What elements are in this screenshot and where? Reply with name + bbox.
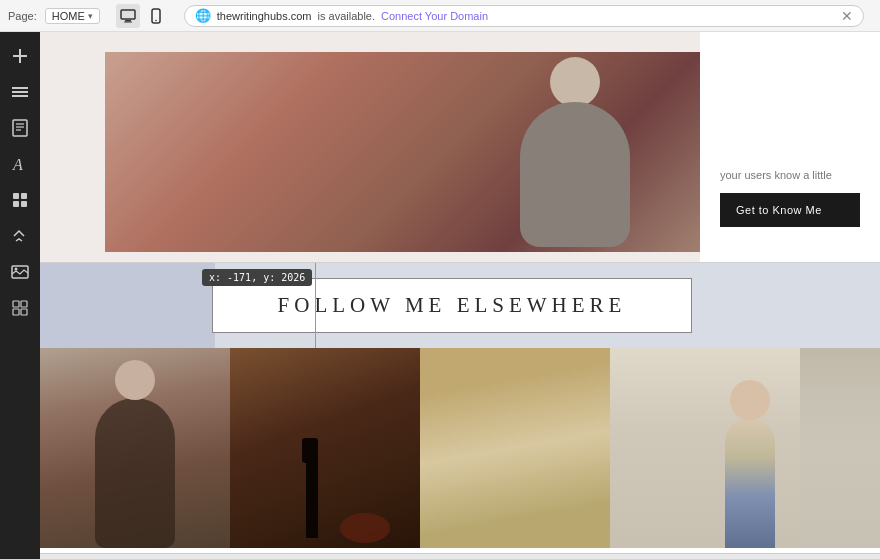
hero-text: your users know a little xyxy=(720,169,860,181)
gallery-section xyxy=(40,348,880,553)
left-sidebar: A xyxy=(0,32,40,559)
svg-rect-0 xyxy=(121,10,135,19)
hero-image xyxy=(105,52,700,252)
coordinate-tooltip: x: -171, y: 2026 xyxy=(202,269,312,286)
apps-icon[interactable] xyxy=(4,184,36,216)
hero-right-panel: your users know a little Get to Know Me xyxy=(700,32,880,262)
chevron-down-icon: ▾ xyxy=(88,11,93,21)
svg-rect-1 xyxy=(125,20,131,22)
pages-icon[interactable] xyxy=(4,112,36,144)
gallery-image-5 xyxy=(800,348,880,548)
globe-icon: 🌐 xyxy=(195,8,211,23)
gallery-image-4 xyxy=(610,348,800,548)
media-icon[interactable] xyxy=(4,256,36,288)
main-content: your users know a little Get to Know Me … xyxy=(40,32,880,559)
svg-rect-10 xyxy=(13,120,27,136)
svg-rect-24 xyxy=(21,309,27,315)
text-icon[interactable]: A xyxy=(4,148,36,180)
follow-title: FOLLOW ME ELSEWHERE xyxy=(278,293,627,318)
domain-name: thewritinghubs.com xyxy=(217,10,312,22)
svg-rect-22 xyxy=(21,301,27,307)
bottom-bar: ∧ xyxy=(40,553,880,559)
svg-rect-23 xyxy=(13,309,19,315)
svg-point-20 xyxy=(15,268,18,271)
mobile-device-icon[interactable] xyxy=(144,4,168,28)
desktop-device-icon[interactable] xyxy=(116,4,140,28)
grid-icon[interactable] xyxy=(4,292,36,324)
follow-left-area[interactable] xyxy=(40,263,215,348)
svg-rect-21 xyxy=(13,301,19,307)
svg-rect-15 xyxy=(13,193,19,199)
svg-rect-2 xyxy=(124,21,132,22)
layers-icon[interactable] xyxy=(4,76,36,108)
close-icon[interactable]: ✕ xyxy=(841,8,853,24)
page-label: Page: xyxy=(8,10,37,22)
gallery-image-3 xyxy=(420,348,610,548)
connect-domain-link[interactable]: Connect Your Domain xyxy=(381,10,488,22)
interactions-icon[interactable] xyxy=(4,220,36,252)
domain-availability-bar: 🌐 thewritinghubs.com is available. Conne… xyxy=(184,5,864,27)
get-to-know-button[interactable]: Get to Know Me xyxy=(720,193,860,227)
svg-rect-17 xyxy=(13,201,19,207)
top-bar: Page: HOME ▾ 🌐 thewritinghubs.com is ava… xyxy=(0,0,880,32)
follow-section: x: -171, y: 2026 FOLLOW ME ELSEWHERE xyxy=(40,263,880,348)
svg-point-4 xyxy=(155,19,157,21)
add-icon[interactable] xyxy=(4,40,36,72)
follow-title-box[interactable]: FOLLOW ME ELSEWHERE xyxy=(212,278,692,333)
svg-rect-16 xyxy=(21,193,27,199)
vertical-divider xyxy=(315,263,316,348)
page-selector[interactable]: HOME ▾ xyxy=(45,8,100,24)
gallery-image-1 xyxy=(40,348,230,548)
svg-rect-18 xyxy=(21,201,27,207)
device-switcher xyxy=(116,4,168,28)
hero-section: your users know a little Get to Know Me xyxy=(40,32,880,262)
domain-available-text: is available. xyxy=(318,10,375,22)
gallery-image-2 xyxy=(230,348,420,548)
svg-text:A: A xyxy=(12,156,23,173)
